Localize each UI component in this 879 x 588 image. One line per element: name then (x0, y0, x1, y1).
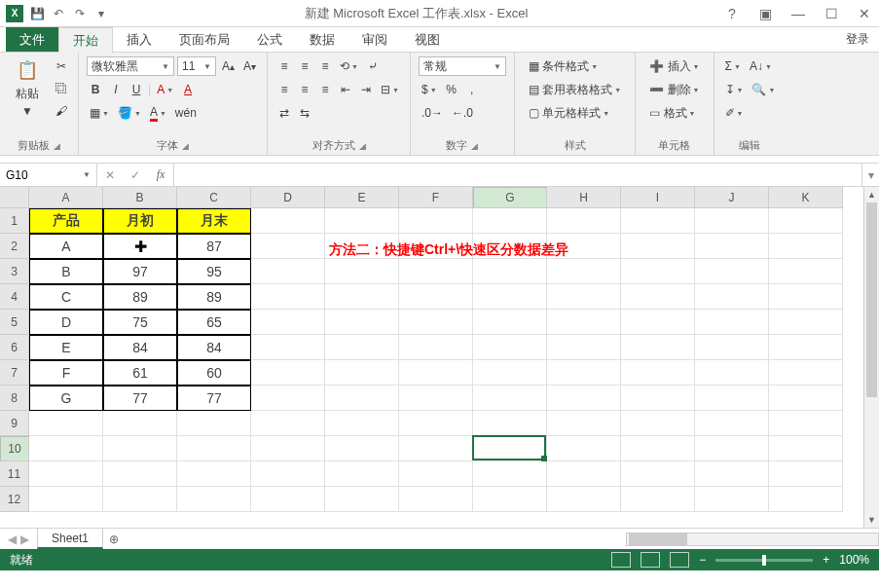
clipboard-launcher-icon[interactable]: ◢ (54, 141, 60, 151)
row-header-3[interactable]: 3 (0, 259, 29, 284)
scroll-down-icon[interactable]: ▼ (864, 512, 879, 528)
sign-in-link[interactable]: 登录 (836, 27, 879, 52)
column-header-E[interactable]: E (325, 187, 399, 208)
cell-A6[interactable]: E (29, 335, 103, 360)
cell-J7[interactable] (695, 360, 769, 386)
column-header-I[interactable]: I (621, 187, 695, 208)
column-header-J[interactable]: J (695, 187, 769, 208)
font-name-select[interactable]: 微软雅黑▼ (87, 56, 174, 76)
sheet-nav-prev-icon[interactable]: ◀ (8, 533, 17, 546)
row-header-4[interactable]: 4 (0, 284, 29, 310)
cell-B2[interactable]: 87 (103, 234, 177, 259)
cell-K12[interactable] (769, 487, 843, 512)
cell-H7[interactable] (547, 360, 621, 386)
cell-C11[interactable] (177, 461, 251, 487)
cell-I8[interactable] (621, 386, 695, 411)
cell-B1[interactable]: 月初 (103, 208, 177, 234)
cell-B5[interactable]: 75 (103, 310, 177, 335)
align-right-button[interactable]: ≡ (316, 80, 334, 99)
font-color-red-button[interactable]: A (179, 80, 197, 99)
cell-H5[interactable] (547, 310, 621, 335)
vertical-scroll-thumb[interactable] (866, 202, 877, 397)
cell-F7[interactable] (399, 360, 473, 386)
clear-button[interactable]: ✐▼ (722, 103, 747, 123)
cell-B3[interactable]: 97 (103, 259, 177, 284)
cell-E8[interactable] (325, 386, 399, 411)
cell-K4[interactable] (769, 284, 843, 310)
cell-C6[interactable]: 84 (177, 335, 251, 360)
cell-D12[interactable] (251, 487, 325, 512)
cell-F4[interactable] (399, 284, 473, 310)
cell-I7[interactable] (621, 360, 695, 386)
view-normal-button[interactable] (611, 552, 631, 568)
accounting-button[interactable]: $▼ (419, 80, 440, 99)
tab-file[interactable]: 文件 (6, 27, 58, 52)
zoom-slider[interactable] (715, 559, 813, 562)
cell-G5[interactable] (473, 310, 547, 335)
bold-button[interactable]: B (87, 80, 104, 99)
close-icon[interactable]: ✕ (856, 5, 873, 22)
cell-H6[interactable] (547, 335, 621, 360)
cell-H11[interactable] (547, 461, 621, 487)
cancel-formula-icon[interactable]: ✕ (97, 168, 123, 182)
cell-A7[interactable]: F (29, 360, 103, 386)
find-button[interactable]: 🔍▼ (749, 80, 778, 99)
row-header-9[interactable]: 9 (0, 411, 29, 436)
cell-C8[interactable]: 77 (177, 386, 251, 411)
cell-B8[interactable]: 77 (103, 386, 177, 411)
align-middle-button[interactable]: ≡ (296, 56, 313, 76)
zoom-level[interactable]: 100% (839, 553, 869, 567)
cell-H1[interactable] (547, 208, 621, 234)
cell-C5[interactable]: 65 (177, 310, 251, 335)
cell-H4[interactable] (547, 284, 621, 310)
undo-icon[interactable]: ↶ (51, 6, 66, 21)
column-header-B[interactable]: B (103, 187, 177, 208)
save-icon[interactable]: 💾 (29, 6, 45, 21)
cell-K11[interactable] (769, 461, 843, 487)
paste-button[interactable]: 📋 粘贴 ▼ (8, 56, 47, 118)
expand-formula-bar-icon[interactable]: ▾ (861, 164, 879, 186)
merge-button[interactable]: ⊟▼ (378, 80, 402, 99)
insert-cells-button[interactable]: ➕ 插入▼ (643, 56, 705, 76)
column-header-C[interactable]: C (177, 187, 251, 208)
cell-A10[interactable] (29, 436, 103, 461)
cell-J2[interactable] (695, 234, 769, 259)
wrap-text-button[interactable]: ⤶ (364, 56, 382, 76)
qat-customize-icon[interactable]: ▾ (93, 6, 109, 21)
row-header-1[interactable]: 1 (0, 208, 29, 234)
row-header-7[interactable]: 7 (0, 360, 29, 386)
cell-F9[interactable] (399, 411, 473, 436)
italic-button[interactable]: I (107, 80, 125, 99)
cell-B4[interactable]: 89 (103, 284, 177, 310)
cell-A1[interactable]: 产品 (29, 208, 103, 234)
column-header-D[interactable]: D (251, 187, 325, 208)
cell-E12[interactable] (325, 487, 399, 512)
cell-K8[interactable] (769, 386, 843, 411)
cell-G7[interactable] (473, 360, 547, 386)
rtl-button[interactable]: ⇆ (296, 103, 313, 123)
formula-input[interactable] (174, 164, 861, 186)
sheet-tab-1[interactable]: Sheet1 (37, 529, 103, 549)
decrease-indent-button[interactable]: ⇤ (337, 80, 354, 99)
cell-H9[interactable] (547, 411, 621, 436)
cell-H10[interactable] (547, 436, 621, 461)
cell-K10[interactable] (769, 436, 843, 461)
phonetic-button[interactable]: wén (172, 103, 200, 123)
cell-C10[interactable] (177, 436, 251, 461)
cell-J11[interactable] (695, 461, 769, 487)
number-format-select[interactable]: 常规▼ (419, 56, 506, 76)
decrease-font-button[interactable]: A▾ (240, 56, 259, 76)
cell-A11[interactable] (29, 461, 103, 487)
comma-button[interactable]: , (463, 80, 481, 99)
name-box-dropdown-icon[interactable]: ▼ (83, 170, 91, 179)
cell-E7[interactable] (325, 360, 399, 386)
borders-button[interactable]: ▦▼ (87, 103, 112, 123)
row-header-10[interactable]: 10 (0, 436, 29, 461)
cell-B7[interactable]: 61 (103, 360, 177, 386)
row-header-8[interactable]: 8 (0, 386, 29, 411)
cell-I10[interactable] (621, 436, 695, 461)
cell-D11[interactable] (251, 461, 325, 487)
cell-D8[interactable] (251, 386, 325, 411)
cell-J5[interactable] (695, 310, 769, 335)
cell-E1[interactable] (325, 208, 399, 234)
